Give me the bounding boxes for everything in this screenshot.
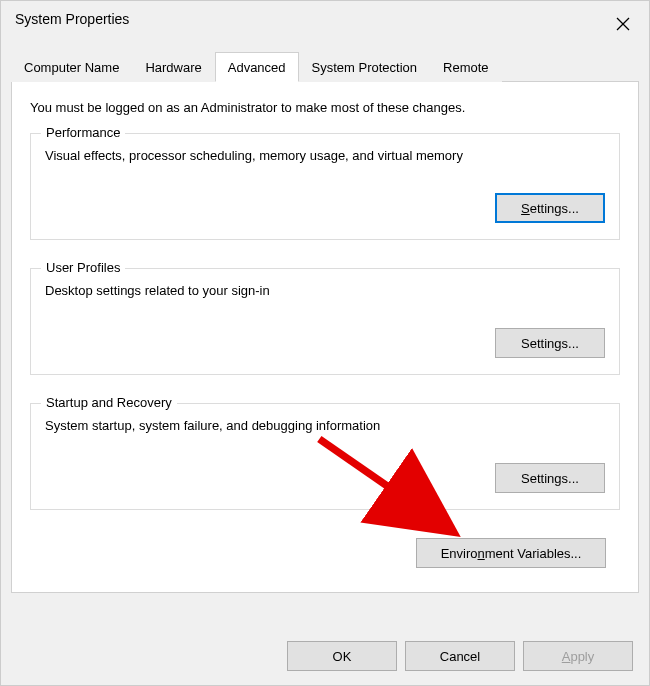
startup-recovery-legend: Startup and Recovery bbox=[41, 395, 177, 410]
user-profiles-group: User Profiles Desktop settings related t… bbox=[30, 268, 620, 375]
tab-computer-name[interactable]: Computer Name bbox=[11, 52, 132, 82]
dialog-buttons: OK Cancel Apply bbox=[287, 641, 633, 671]
window-title: System Properties bbox=[15, 9, 129, 27]
tab-system-protection[interactable]: System Protection bbox=[299, 52, 431, 82]
performance-legend: Performance bbox=[41, 125, 125, 140]
tab-advanced[interactable]: Advanced bbox=[215, 52, 299, 82]
performance-desc: Visual effects, processor scheduling, me… bbox=[45, 148, 605, 163]
performance-group: Performance Visual effects, processor sc… bbox=[30, 133, 620, 240]
system-properties-dialog: System Properties Computer Name Hardware… bbox=[0, 0, 650, 686]
tabs-wrap: Computer Name Hardware Advanced System P… bbox=[1, 51, 649, 593]
cancel-button[interactable]: Cancel bbox=[405, 641, 515, 671]
tab-remote[interactable]: Remote bbox=[430, 52, 502, 82]
user-profiles-desc: Desktop settings related to your sign-in bbox=[45, 283, 605, 298]
ok-button[interactable]: OK bbox=[287, 641, 397, 671]
startup-recovery-desc: System startup, system failure, and debu… bbox=[45, 418, 605, 433]
environment-variables-button[interactable]: Environment Variables... bbox=[416, 538, 606, 568]
user-profiles-legend: User Profiles bbox=[41, 260, 125, 275]
titlebar: System Properties bbox=[1, 1, 649, 51]
close-icon bbox=[616, 17, 630, 31]
performance-settings-button[interactable]: Settings... bbox=[495, 193, 605, 223]
tab-strip: Computer Name Hardware Advanced System P… bbox=[11, 51, 639, 82]
close-button[interactable] bbox=[605, 9, 641, 39]
user-profiles-settings-button[interactable]: Settings... bbox=[495, 328, 605, 358]
advanced-tab-panel: You must be logged on as an Administrato… bbox=[11, 82, 639, 593]
intro-text: You must be logged on as an Administrato… bbox=[30, 100, 620, 115]
apply-button[interactable]: Apply bbox=[523, 641, 633, 671]
tab-hardware[interactable]: Hardware bbox=[132, 52, 214, 82]
startup-recovery-settings-button[interactable]: Settings... bbox=[495, 463, 605, 493]
startup-recovery-group: Startup and Recovery System startup, sys… bbox=[30, 403, 620, 510]
